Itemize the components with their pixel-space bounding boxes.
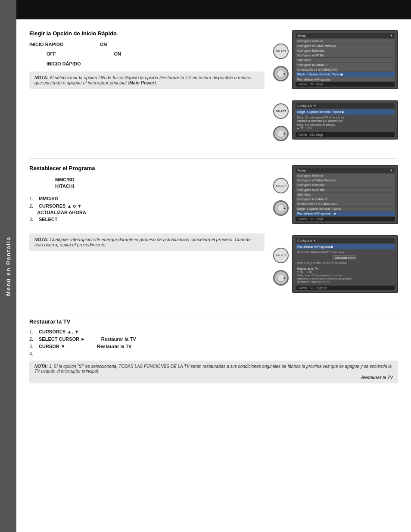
tv-screen-1: Setup ▼ Configurar el Menú Configurar el… [292, 30, 398, 89]
update-header-4: Configurar ▼ [296, 238, 395, 243]
nota-num3: 1. Si la opción "Si" es seleccionada, TO… [34, 364, 392, 373]
config-subheader-2: Elegir la Opción de Inicio Rápido ▶ [296, 109, 395, 115]
step2-2b: ACTUALIZAR AHORA [37, 210, 265, 215]
select-btn-3[interactable]: SELECT [273, 178, 289, 193]
actualizar-ahora-label: ACTUALIZAR AHORA [37, 210, 86, 215]
step2-2-num: 2. [29, 203, 37, 208]
select-btn-4[interactable]: SELECT [273, 248, 289, 263]
config-screen-2: Configurar ▼ Elegir la Opción de Inicio … [293, 101, 397, 139]
step3-2-content: SELECT CURSOR ► Restaurar la TV [39, 336, 398, 342]
nota-label2: NOTA: [34, 237, 48, 242]
menu-item-1-8: Restablecer el Programa [296, 77, 395, 81]
config-footer-2: ↕ Mover SEL Elegir [296, 132, 395, 137]
nav-arrow-right-2: ► [283, 132, 286, 136]
restore-desc-line2: funciones a las condiciones de fábrica d… [297, 277, 393, 281]
footer-text-1: ↕ Mover [297, 83, 307, 86]
menu-header-3: Setup ▼ [296, 168, 395, 173]
radio-no: ● No [297, 270, 303, 273]
footer-sel-1: SEL Elegir [310, 83, 323, 86]
select-text-4: SELECT [276, 254, 286, 257]
section-restaurar: Restaurar la TV 1. CURSORES ▲, ▼ 2. SELE… [29, 318, 398, 383]
menu-item-1-5: Configurar la Salida IR [296, 62, 395, 67]
step3-3-num: 3. [29, 344, 37, 349]
menu-item-3-7: Elegir la Opción de Inicio Rápido [296, 207, 395, 211]
select-text-1: SELECT [276, 50, 286, 53]
section-inicio-rapido: Elegir la Opción de Inicio Rápido INICIO… [29, 30, 398, 151]
step3-4-num: 4. [29, 351, 37, 356]
restore-section-4: Restaurar la TV: ● No ○ Si Seleccione "S… [296, 266, 395, 285]
restablecer-right: SELECT ► Setup [273, 165, 398, 304]
restore-desc-4: Seleccione "Si" para regresar todas las … [297, 274, 393, 284]
inicio-rapido-label: INICIO RAPIDO [29, 42, 63, 47]
select-btn-2[interactable]: SELECT [273, 103, 289, 119]
nav-ring-4[interactable]: ► [273, 270, 289, 286]
update-footer-4: ↕ Mover SEL Regresar [296, 286, 395, 290]
sidebar-label: Menú en Pantalla [5, 236, 12, 296]
config-radio-2: ● Off ○ On [297, 127, 393, 130]
update-info-4: Actualizar Software MMC: Vxxxx.xxxx [296, 250, 395, 255]
select-btn-1[interactable]: SELECT [273, 44, 289, 59]
tv-remote-2: SELECT ► Configurar ▼ [273, 100, 398, 145]
update-ahora-btn[interactable]: Actualizar ahora [333, 255, 358, 260]
config-desc-line1: Elegir On para que la TV sintonice los [297, 116, 393, 119]
menu-item-1-6: Información de la CableCAND [296, 67, 395, 72]
inicio-rapido-right: SELECT ► Setup [273, 30, 398, 151]
nav-arrow-right-1: ► [283, 72, 286, 75]
restore-desc-line3: de apagar y encender el TV. [297, 280, 393, 284]
remote3: SELECT ► [273, 178, 289, 216]
nota-text1-end: ). [154, 80, 157, 85]
config-desc-line3: Elegir Off para ahorrar energía. [297, 123, 393, 127]
nav-ring-2[interactable]: ► [273, 126, 289, 141]
menu-footer-3: ↕ Mover SEL Elegir [296, 217, 395, 221]
step2-2: 2. CURSORES ▲ o ▼ [29, 203, 265, 208]
update-btn-container: Actualizar ahora [296, 255, 395, 261]
step2-1: 1. MMC/SD [29, 196, 265, 201]
hitachi-label: HITACHI [55, 183, 265, 190]
menu-item-3-6: Información de la CableCAND [296, 202, 395, 206]
tv-screen-4: Configurar ▼ Restablecer el Programa ▶ A… [292, 235, 398, 293]
footer-mover-4: ↕ Mover [297, 286, 307, 289]
nav-arrow-right-4: ► [283, 276, 286, 280]
step3-1-content: CURSORES ▲, ▼ [39, 329, 398, 334]
restaurar-tv-footer: Restaurar la TV [34, 375, 393, 380]
menu-item-1-0: Configurar el Menú [296, 39, 395, 43]
nav-ring-1[interactable]: ► [273, 66, 289, 81]
section1-note: NOTA: Al seleccionar la opción ON de Ini… [29, 72, 265, 89]
section3-title: Restaurar la TV [29, 318, 398, 325]
nav-arrow-right-3: ► [283, 206, 286, 210]
step2-period: . [37, 224, 265, 229]
menu-item-1-4: Subtítulos [296, 58, 395, 62]
step3-3-content: CURSOR ▼ Restaurar la TV [39, 344, 398, 349]
update-subheader: Restablecer el Programa ▶ [296, 244, 395, 249]
step3-4: 4. [29, 351, 398, 356]
menu-item-1-1: Configurar el Salva Pantallas [296, 44, 395, 48]
remote1: SELECT ► [273, 44, 289, 81]
select-text-2: SELECT [276, 110, 286, 112]
divider-1 [29, 159, 398, 159]
menu-screen-3: Setup ▼ Configurar el Menú Configurar el… [293, 166, 397, 223]
nav-ring-3[interactable]: ► [273, 200, 289, 216]
section2-note: NOTA: Cualquier interrupción de energía … [29, 233, 265, 251]
menu-item-3-3: Configurar el AV Net [296, 188, 395, 192]
section2-title: Restablecer el Programa [29, 165, 265, 171]
main-power-label: Main Power [129, 80, 154, 85]
restaurar-tv-label: Restaurar la TV: [297, 267, 393, 270]
tv-remote-4: SELECT ► Configurar ▼ [273, 235, 398, 298]
radio-si: ○ Si [307, 270, 312, 273]
menu-item-3-5: Configurar la Salida IR [296, 197, 395, 202]
step2-3-content: SELECT [39, 217, 265, 222]
insert-mmc-note: Inserto Tarjeta MMC antes de actualizar. [296, 261, 395, 265]
menu-screen-1: Setup ▼ Configurar el Menú Configurar el… [293, 31, 397, 88]
step3-1-num: 1. [29, 329, 37, 334]
menu-item-3-4: Subtítulos [296, 193, 395, 197]
inicio-rapido-on: ON [100, 42, 107, 47]
menu-item-3-8: Restablecer el Programa ▶ [296, 212, 395, 216]
main-content: Elegir la Opción de Inicio Rápido INICIO… [16, 0, 411, 532]
menu-item-3-2: Configurar Entradas [296, 183, 395, 187]
content-area: Elegir la Opción de Inicio Rápido INICIO… [29, 30, 398, 383]
menu-item-1-7: Elegir la Opción de Inicio Rápido▶ [296, 72, 395, 77]
nota-text2: Cualquier interrupción de energía durant… [34, 237, 251, 247]
menu-item-1-2: Configurar Entradas [296, 48, 395, 53]
footer-sel-4: SEL Regresar [310, 286, 327, 289]
menu-item-3-1: Configurar el Salva Pantallas [296, 178, 395, 183]
